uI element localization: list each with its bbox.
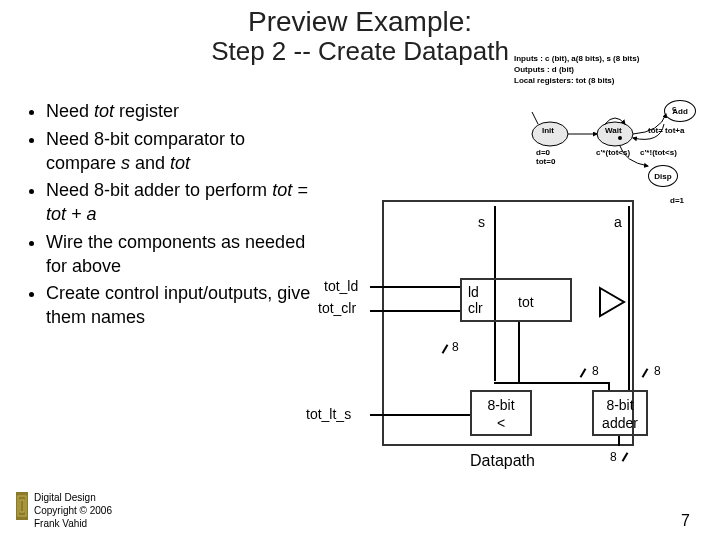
footer-line3: Frank Vahid	[34, 517, 112, 530]
svg-point-2	[618, 136, 622, 140]
fsm-edge-cbar-not: c'*!(tot<s)	[640, 148, 677, 157]
fsm-init-action: d=0 tot=0	[536, 148, 555, 166]
port-clr: clr	[468, 300, 483, 316]
page-number: 7	[681, 512, 690, 530]
datapath-label: Datapath	[470, 452, 535, 470]
footer-line2: Copyright © 2006	[34, 504, 112, 517]
io-inputs: Inputs : c (bit), a(8 bits), s (8 bits)	[514, 53, 639, 64]
fsm-state-add: Add	[664, 100, 696, 122]
bus-width-2: 8	[592, 364, 599, 378]
signal-tot-lt-s: tot_lt_s	[306, 406, 351, 422]
fsm-state-init: Init	[542, 126, 554, 135]
register-tot-label: tot	[518, 294, 534, 310]
signal-tot-ld: tot_ld	[324, 278, 358, 294]
bullet-1: Need tot register	[46, 100, 312, 124]
wire-adder-a	[518, 382, 610, 384]
fsm-edge-c: c	[672, 104, 676, 113]
wire-tot-ld	[370, 286, 460, 288]
footer-line1: Digital Design	[34, 491, 112, 504]
bullet-3: Need 8-bit adder to perform tot = tot + …	[46, 179, 312, 227]
io-locals: Local registers: tot (8 bits)	[514, 75, 639, 86]
io-description: Inputs : c (bit), a(8 bits), s (8 bits) …	[514, 53, 639, 86]
logo-icon	[16, 492, 28, 520]
fsm-add-action: tot= tot+a	[648, 126, 684, 135]
wire-a	[628, 206, 630, 280]
comparator-triangle-icon	[600, 288, 624, 316]
wire-adder-out	[618, 436, 620, 446]
bus-tick-4	[622, 452, 629, 462]
bus-tick-3	[642, 368, 649, 378]
bus-width-1: 8	[452, 340, 459, 354]
register-tot: ld clr tot	[460, 278, 572, 322]
wire-tot-out	[518, 322, 520, 382]
wire-tot-lt-s	[370, 414, 470, 416]
bus-width-4: 8	[610, 450, 617, 464]
wire-tot-clr	[370, 310, 460, 312]
bullet-2: Need 8-bit comparator to compare s and t…	[46, 128, 312, 176]
io-outputs: Outputs : d (bit)	[514, 64, 639, 75]
footer: Digital Design Copyright © 2006 Frank Va…	[16, 491, 112, 530]
bullet-list: Need tot register Need 8-bit comparator …	[22, 100, 312, 334]
bus-width-3: 8	[654, 364, 661, 378]
comparator-box: 8-bit <	[470, 390, 532, 436]
page-title: Preview Example:	[0, 6, 720, 38]
wire-cmp-a	[494, 382, 520, 384]
bullet-4: Wire the components as needed for above	[46, 231, 312, 279]
adder-box: 8-bit adder	[592, 390, 648, 436]
fsm-state-wait: Wait	[605, 126, 622, 135]
signal-a: a	[614, 214, 622, 230]
bullet-5: Create control input/outputs, give them …	[46, 282, 312, 330]
fsm-state-disp: Disp	[648, 165, 678, 187]
fsm-disp-action: d=1	[670, 196, 684, 205]
wire-adder-b	[628, 280, 630, 392]
fsm-edge-cbar-and: c'*(tot<s)	[596, 148, 630, 157]
signal-tot-clr: tot_clr	[318, 300, 356, 316]
port-ld: ld	[468, 284, 479, 300]
signal-s: s	[478, 214, 485, 230]
